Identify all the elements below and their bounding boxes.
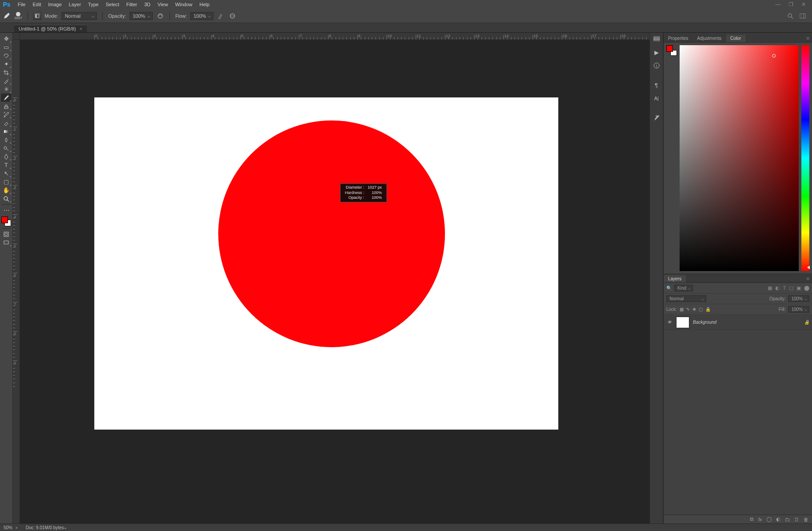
blur-tool-icon[interactable] <box>1 136 12 144</box>
tab-adjustments[interactable]: Adjustments <box>693 35 726 42</box>
brush-tool-indicator-icon[interactable] <box>3 12 11 20</box>
actions-panel-icon[interactable]: ▶ <box>651 47 662 57</box>
window-close-icon[interactable]: ✕ <box>800 0 808 8</box>
size-pressure-icon[interactable] <box>228 12 236 20</box>
marquee-tool-icon[interactable]: ▭ <box>1 43 12 51</box>
opacity-select[interactable]: 100% <box>130 12 153 20</box>
hue-slider[interactable] <box>801 45 809 271</box>
filter-adjust-icon[interactable]: ◐ <box>775 285 780 291</box>
airbrush-icon[interactable] <box>217 12 225 20</box>
lock-all-icon[interactable]: 🔒 <box>705 307 711 312</box>
menu-edit[interactable]: Edit <box>29 1 45 8</box>
menu-help[interactable]: Help <box>196 1 213 8</box>
filter-type-icon[interactable]: T <box>783 285 786 291</box>
screen-mode-icon[interactable] <box>1 238 12 247</box>
history-panel-icon[interactable] <box>651 34 662 44</box>
window-maximize-icon[interactable]: ❐ <box>787 0 795 8</box>
shape-tool-icon[interactable]: ▢ <box>1 178 12 186</box>
menu-filter[interactable]: Filter <box>123 1 140 8</box>
flow-select[interactable]: 100% <box>190 12 213 20</box>
layer-opacity-select[interactable]: 100% <box>788 295 809 302</box>
blend-mode-select[interactable]: Normal <box>62 12 97 20</box>
new-group-icon[interactable]: 🗀 <box>785 517 790 522</box>
document-canvas[interactable]: Diameter :1027 px Hardness :100% Opacity… <box>94 97 558 430</box>
crop-tool-icon[interactable] <box>1 68 12 77</box>
canvas-viewport[interactable]: Diameter :1027 px Hardness :100% Opacity… <box>20 40 650 523</box>
filter-pixel-icon[interactable]: ▦ <box>768 285 772 291</box>
brush-preset-picker[interactable]: 1027 <box>14 12 22 20</box>
zoom-tool-icon[interactable] <box>1 194 12 203</box>
layer-effects-icon[interactable]: fx <box>758 517 762 522</box>
lock-icon[interactable]: 🔒 <box>804 320 809 325</box>
paragraph-panel-icon[interactable]: ¶ <box>651 80 662 90</box>
ruler-origin[interactable] <box>13 33 20 40</box>
filter-smart-icon[interactable]: ▣ <box>797 285 801 291</box>
character-panel-icon[interactable]: A| <box>651 93 662 103</box>
window-minimize-icon[interactable]: — <box>773 0 782 8</box>
quick-mask-icon[interactable] <box>1 230 12 238</box>
link-layers-icon[interactable]: ⧉ <box>750 516 754 522</box>
filter-toggle-icon[interactable]: ⬤ <box>804 285 809 291</box>
search-icon[interactable] <box>786 12 794 20</box>
document-tab[interactable]: Untitled-1 @ 50% (RGB/8) × <box>14 25 87 32</box>
layer-name[interactable]: Background <box>693 320 716 325</box>
lasso-tool-icon[interactable] <box>1 51 12 60</box>
menu-file[interactable]: File <box>14 1 29 8</box>
lock-artboard-icon[interactable]: ▢ <box>699 307 703 312</box>
menu-layer[interactable]: Layer <box>65 1 85 8</box>
workspace-icon[interactable] <box>799 12 807 20</box>
brush-tool-icon[interactable] <box>1 93 12 102</box>
spot-healing-tool-icon[interactable]: ✳ <box>1 85 12 93</box>
layers-list[interactable]: 👁 Background 🔒 <box>664 315 812 515</box>
delete-layer-icon[interactable]: 🗑 <box>804 517 808 522</box>
brush-panel-toggle-icon[interactable] <box>33 12 41 20</box>
hand-tool-icon[interactable]: ✋ <box>1 186 12 194</box>
clone-stamp-tool-icon[interactable] <box>1 102 12 110</box>
color-swatches[interactable] <box>1 216 12 227</box>
panel-menu-icon[interactable]: ≡ <box>804 275 812 283</box>
panel-menu-icon[interactable]: ≡ <box>804 34 812 42</box>
zoom-level[interactable]: 50% <box>4 525 18 530</box>
ruler-horizontal[interactable]: 01234567891011121314151617181920 <box>20 33 650 40</box>
color-panel-swatches[interactable] <box>666 45 677 56</box>
lock-position-icon[interactable]: ✥ <box>692 307 696 312</box>
type-tool-icon[interactable]: T <box>1 161 12 169</box>
close-icon[interactable]: × <box>80 27 82 31</box>
gradient-tool-icon[interactable] <box>1 127 12 136</box>
add-mask-icon[interactable]: ◯ <box>766 516 772 522</box>
layer-blend-mode-select[interactable]: Normal <box>666 295 706 302</box>
saturation-value-picker[interactable] <box>680 45 799 271</box>
doc-info[interactable]: Doc: 9.01M/0 bytes <box>26 525 66 530</box>
lock-transparency-icon[interactable]: ▦ <box>680 307 684 312</box>
eraser-tool-icon[interactable] <box>1 119 12 127</box>
layer-filter-kind-select[interactable]: Kind <box>674 285 693 291</box>
eyedropper-tool-icon[interactable] <box>1 77 12 85</box>
move-tool-icon[interactable]: ✥ <box>1 35 12 43</box>
filter-shape-icon[interactable]: ▢ <box>789 285 793 291</box>
foreground-color-swatch[interactable] <box>1 217 8 223</box>
dodge-tool-icon[interactable] <box>1 144 12 152</box>
tab-properties[interactable]: Properties <box>664 35 693 42</box>
menu-3d[interactable]: 3D <box>141 1 154 8</box>
new-layer-icon[interactable]: 🗋 <box>794 517 799 522</box>
ruler-vertical[interactable]: 0123456789 <box>13 40 20 523</box>
menu-window[interactable]: Window <box>171 1 196 8</box>
layer-fill-select[interactable]: 100% <box>788 306 809 313</box>
tab-color[interactable]: Color <box>726 35 746 42</box>
brush-settings-panel-icon[interactable] <box>651 113 662 123</box>
edit-toolbar-icon[interactable]: ⋯ <box>1 206 12 214</box>
layer-row[interactable]: 👁 Background 🔒 <box>664 315 812 330</box>
tab-layers[interactable]: Layers <box>664 275 686 283</box>
path-select-tool-icon[interactable]: ↖ <box>1 169 12 178</box>
menu-type[interactable]: Type <box>85 1 102 8</box>
menu-view[interactable]: View <box>154 1 172 8</box>
layer-thumbnail[interactable] <box>676 317 689 328</box>
new-fill-adjustment-icon[interactable]: ◐ <box>776 516 781 522</box>
pen-tool-icon[interactable] <box>1 152 12 161</box>
opacity-pressure-icon[interactable] <box>156 12 164 20</box>
panel-foreground-swatch[interactable] <box>666 45 673 52</box>
visibility-icon[interactable]: 👁 <box>666 320 673 325</box>
magic-wand-tool-icon[interactable]: ✦ <box>1 60 12 68</box>
info-panel-icon[interactable]: i <box>651 61 662 70</box>
menu-image[interactable]: Image <box>45 1 66 8</box>
